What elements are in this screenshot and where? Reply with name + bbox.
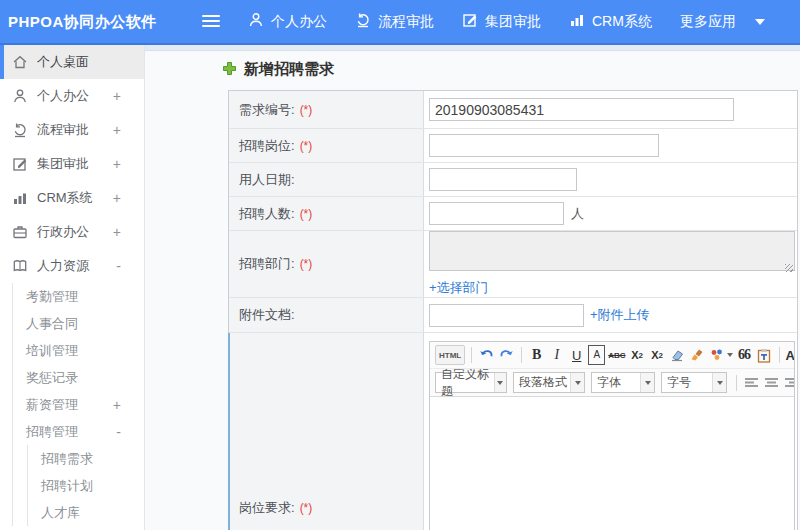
format-brush-button[interactable] (689, 345, 706, 365)
sidebar-item-attendance[interactable]: 考勤管理 (13, 283, 144, 310)
redo-button[interactable] (498, 345, 515, 365)
field-label-text: 招聘部门: (239, 255, 295, 273)
eraser-button[interactable] (669, 345, 686, 365)
sidebar-item-label: 招聘计划 (41, 477, 93, 495)
required-mark: (*) (300, 103, 313, 117)
paste-button[interactable] (756, 345, 773, 365)
paragraph-format-select[interactable]: 段落格式 (513, 372, 585, 393)
choose-department-link[interactable]: +选择部门 (429, 279, 489, 297)
sidebar-item-talent-pool[interactable]: 人才库 (28, 499, 144, 526)
caret-down-icon (727, 353, 733, 357)
sidebar-item-label: 个人桌面 (37, 53, 89, 71)
sidebar-item-recruitment[interactable]: 招聘管理 - (13, 418, 144, 445)
nav-group-approval[interactable]: 集团审批 (462, 12, 541, 31)
sidebar: 个人桌面 个人办公 + 流程审批 + 集团审批 + (0, 45, 145, 530)
editor-toolbar-row1: HTML B I U A (430, 342, 794, 369)
sidebar-item-personal-office[interactable]: 个人办公 + (0, 79, 144, 113)
text-style-button[interactable]: A (588, 345, 605, 365)
heading-select[interactable]: 自定义标题 (435, 372, 507, 393)
attachment-input[interactable] (429, 304, 584, 327)
field-label: 用人日期: (229, 163, 424, 196)
align-center-button[interactable] (763, 373, 780, 393)
hr-book-icon (12, 258, 28, 274)
field-label: 招聘人数: (*) (229, 197, 424, 230)
collapse-minus-icon[interactable]: - (116, 418, 121, 445)
sidebar-item-crm[interactable]: CRM系统 + (0, 181, 144, 215)
main-content: 新增招聘需求 需求编号: (*) 招聘岗位: (*) (145, 45, 800, 530)
sidebar-item-hr[interactable]: 人力资源 - (0, 249, 144, 283)
expand-plus-icon[interactable]: + (113, 79, 121, 113)
expand-plus-icon[interactable]: + (113, 391, 121, 418)
field-label: 需求编号: (*) (229, 91, 424, 128)
nav-crm[interactable]: CRM系统 (569, 12, 652, 31)
expand-plus-icon[interactable]: + (113, 181, 121, 215)
form-row-headcount: 招聘人数: (*) 人 (229, 197, 797, 231)
required-mark: (*) (300, 207, 313, 221)
sidebar-item-label: 个人办公 (37, 87, 89, 105)
superscript-exp: 2 (639, 351, 643, 360)
field-label: 招聘岗位: (*) (229, 129, 424, 162)
collapse-minus-icon[interactable]: - (116, 249, 121, 283)
field-value: HTML B I U A (424, 333, 797, 530)
topbar-shadow-strip (145, 45, 800, 51)
sidebar-item-desktop[interactable]: 个人桌面 (0, 45, 144, 79)
superscript-button[interactable]: X2 (629, 345, 646, 365)
blockquote-button[interactable]: 66 (736, 345, 753, 365)
html-source-button[interactable]: HTML (435, 345, 465, 365)
nav-label: 流程审批 (378, 13, 434, 31)
demand-no-input[interactable] (429, 98, 734, 121)
color-palette-button[interactable] (709, 345, 733, 365)
sidebar-item-admin-office[interactable]: 行政办公 + (0, 215, 144, 249)
position-input[interactable] (429, 134, 659, 157)
attachment-upload-link[interactable]: +附件上传 (590, 306, 650, 324)
page-title-text: 新增招聘需求 (244, 60, 334, 79)
nav-workflow-approval[interactable]: 流程审批 (355, 12, 434, 31)
department-textarea[interactable] (429, 231, 795, 271)
font-size-select[interactable]: 字号 (661, 372, 727, 393)
topbar: PHPOA协同办公软件 个人办公 流程审批 集团审批 (0, 0, 800, 45)
form-row-demand-no: 需求编号: (*) (229, 91, 797, 129)
sidebar-item-recruit-demand[interactable]: 招聘需求 (28, 445, 144, 472)
font-family-select[interactable]: 字体 (591, 372, 655, 393)
editor-content[interactable] (430, 397, 794, 530)
form-row-attachment: 附件文档: +附件上传 (229, 298, 797, 333)
sidebar-item-group-approval[interactable]: 集团审批 + (0, 147, 144, 181)
bold-button[interactable]: B (528, 345, 545, 365)
hamburger-menu-icon[interactable] (202, 15, 222, 30)
sidebar-item-label: 流程审批 (37, 121, 89, 139)
sidebar-item-label: 考勤管理 (26, 288, 78, 306)
align-right-button[interactable] (783, 373, 794, 393)
toolbar-separator (779, 347, 780, 363)
headcount-unit-label: 人 (571, 205, 584, 223)
sidebar-item-rewards[interactable]: 奖惩记录 (13, 364, 144, 391)
expand-plus-icon[interactable]: + (113, 113, 121, 147)
align-left-button[interactable] (743, 373, 760, 393)
hire-date-input[interactable] (429, 168, 577, 191)
sidebar-item-workflow-approval[interactable]: 流程审批 + (0, 113, 144, 147)
italic-button[interactable]: I (548, 345, 565, 365)
sidebar-item-training[interactable]: 培训管理 (13, 337, 144, 364)
undo-button[interactable] (478, 345, 495, 365)
headcount-input[interactable] (429, 202, 564, 225)
font-color-button[interactable]: A (786, 345, 794, 365)
caret-down-icon (755, 19, 765, 25)
sidebar-item-label: 人事合同 (26, 315, 78, 333)
expand-plus-icon[interactable]: + (113, 147, 121, 181)
required-mark: (*) (300, 139, 313, 153)
nav-label: CRM系统 (592, 13, 652, 31)
strikethrough-button[interactable]: ABC (608, 345, 625, 365)
field-label: 招聘部门: (*) (229, 231, 424, 297)
sidebar-item-label: 行政办公 (37, 223, 89, 241)
subscript-button[interactable]: X2 (649, 345, 666, 365)
superscript-base: X (631, 349, 638, 361)
sidebar-item-label: 招聘需求 (41, 450, 93, 468)
sidebar-item-hr-contract[interactable]: 人事合同 (13, 310, 144, 337)
sidebar-item-recruit-plan[interactable]: 招聘计划 (28, 472, 144, 499)
underline-button[interactable]: U (568, 345, 585, 365)
nav-personal-office[interactable]: 个人办公 (248, 12, 327, 31)
toolbar-separator (736, 375, 737, 391)
nav-more-apps[interactable]: 更多应用 (680, 13, 765, 31)
expand-plus-icon[interactable]: + (113, 215, 121, 249)
sidebar-item-label: 薪资管理 (26, 396, 78, 414)
sidebar-item-salary[interactable]: 薪资管理 + (13, 391, 144, 418)
